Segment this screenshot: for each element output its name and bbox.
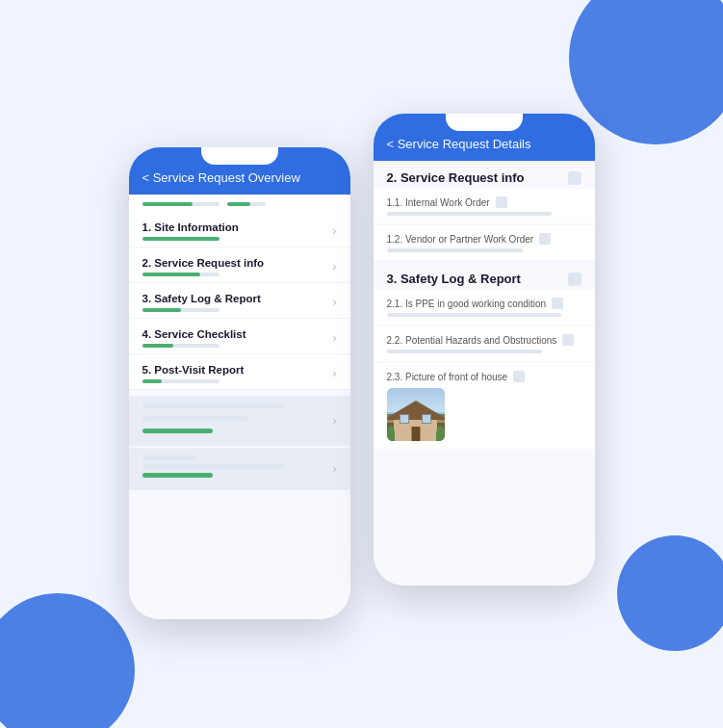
menu-item-1-label: 1. Site Information [142, 221, 327, 233]
phones-container: < Service Request Overview 1. Site Infor… [129, 109, 595, 619]
detail-field-2-1[interactable]: 2.1. Is PPE in good working condition [374, 290, 595, 325]
house-image-container [387, 388, 445, 441]
overview-progress-small-fill [227, 202, 250, 206]
phone-left-notch [201, 147, 278, 165]
back-button-right[interactable]: < Service Request Details [387, 137, 531, 151]
detail-section-3-title: 3. Safety Log & Report [387, 272, 521, 286]
chevron-icon-1: › [333, 224, 337, 238]
chevron-icon-2: › [333, 260, 337, 273]
chevron-icon-5: › [333, 367, 337, 380]
detail-field-1-2[interactable]: 1.2. Vendor or Partner Work Order [374, 225, 595, 260]
skeleton-line-2b [142, 464, 284, 469]
background-blob-mid-right [617, 535, 723, 651]
detail-field-2-1-label: 2.1. Is PPE in good working condition [387, 298, 581, 309]
overview-progress-small [227, 202, 266, 206]
field-badge-2-2 [562, 334, 574, 346]
menu-item-4-bar-bg [142, 344, 219, 348]
menu-item-1-progress [142, 237, 327, 241]
skeleton-content-1 [142, 403, 320, 438]
menu-item-4-label: 4. Service Checklist [142, 328, 327, 340]
detail-field-2-3-label: 2.3. Picture of front of house [387, 371, 581, 382]
skeleton-content-2 [142, 455, 320, 482]
detail-section-3-header: 3. Safety Log & Report [374, 262, 595, 290]
chevron-icon-3: › [333, 296, 337, 309]
chevron-icon-7: › [333, 462, 337, 476]
skeleton-line-1c [142, 429, 214, 433]
skeleton-section-1: › [129, 396, 350, 446]
menu-item-1[interactable]: 1. Site Information › [129, 212, 350, 247]
detail-field-1-1-bar [387, 212, 553, 216]
phone-right: < Service Request Details 2. Service Req… [374, 114, 595, 585]
menu-item-3-bar-fill [142, 308, 181, 312]
menu-item-5-bar-fill [142, 379, 162, 383]
house-image [387, 388, 445, 441]
overview-progress-bg [142, 202, 219, 206]
house-window-right [422, 414, 431, 424]
phone-left-body: 1. Site Information › 2. Service Request… [129, 195, 350, 619]
phone-right-body: 2. Service Request info 1.1. Internal Wo… [374, 161, 595, 585]
detail-field-2-2[interactable]: 2.2. Potential Hazards and Obstructions [374, 326, 595, 361]
menu-item-2-progress [142, 273, 327, 276]
menu-item-2-bar-fill [142, 273, 200, 276]
menu-item-1-bar-fill [142, 237, 219, 241]
menu-item-3-content: 3. Safety Log & Report [142, 293, 327, 312]
menu-item-5-content: 5. Post-Visit Report [142, 364, 327, 383]
menu-item-4-bar-fill [142, 344, 173, 348]
tree-right [436, 426, 444, 442]
overview-progress-area [129, 195, 350, 212]
menu-item-4-progress [142, 344, 327, 348]
detail-field-1-2-bar [387, 248, 523, 252]
detail-section-2-title: 2. Service Request info [387, 170, 525, 185]
field-badge-1-1 [496, 196, 507, 208]
skeleton-section-2: › [129, 448, 350, 490]
detail-field-2-1-bar [387, 313, 562, 317]
menu-item-1-content: 1. Site Information [142, 221, 327, 241]
house-roof [387, 401, 445, 420]
chevron-icon-4: › [333, 331, 337, 345]
detail-field-2-2-label: 2.2. Potential Hazards and Obstructions [387, 334, 581, 346]
back-button-left[interactable]: < Service Request Overview [142, 170, 300, 185]
phone-right-notch [446, 114, 523, 131]
overview-progress-fill [142, 202, 193, 206]
skeleton-line-1b [142, 416, 248, 421]
menu-item-3[interactable]: 3. Safety Log & Report › [129, 283, 350, 319]
detail-section-2-header: 2. Service Request info [374, 161, 595, 189]
detail-field-1-1-label: 1.1. Internal Work Order [387, 196, 581, 208]
tree-left [387, 426, 395, 442]
menu-item-2-bar-bg [142, 273, 219, 276]
menu-section-main: 1. Site Information › 2. Service Request… [129, 212, 350, 390]
menu-item-4[interactable]: 4. Service Checklist › [129, 319, 350, 354]
house-window-left [400, 414, 409, 424]
field-badge-2-3 [513, 371, 525, 382]
phone-left: < Service Request Overview 1. Site Infor… [129, 147, 350, 619]
field-badge-2-1 [552, 298, 563, 309]
menu-item-5[interactable]: 5. Post-Visit Report › [129, 354, 350, 390]
skeleton-line-1a [142, 403, 284, 408]
detail-field-2-3[interactable]: 2.3. Picture of front of house [374, 363, 595, 449]
house-door [411, 427, 420, 441]
menu-item-4-content: 4. Service Checklist [142, 328, 327, 348]
menu-item-1-bar-bg [142, 237, 219, 241]
menu-item-2[interactable]: 2. Service Request info › [129, 247, 350, 283]
menu-item-2-content: 2. Service Request info [142, 257, 327, 276]
menu-item-5-bar-bg [142, 379, 219, 383]
menu-item-3-bar-bg [142, 308, 219, 312]
field-badge-1-2 [539, 233, 551, 245]
chevron-icon-6: › [333, 414, 337, 428]
menu-item-3-label: 3. Safety Log & Report [142, 293, 327, 304]
detail-field-2-2-bar [387, 350, 543, 353]
menu-item-5-label: 5. Post-Visit Report [142, 364, 327, 376]
background-blob-bottom-left [0, 593, 135, 728]
skeleton-line-2c [142, 473, 214, 478]
section-2-badge [568, 171, 581, 185]
detail-field-1-1[interactable]: 1.1. Internal Work Order [374, 189, 595, 223]
menu-item-5-progress [142, 379, 327, 383]
menu-item-2-label: 2. Service Request info [142, 257, 327, 269]
detail-field-1-2-label: 1.2. Vendor or Partner Work Order [387, 233, 581, 245]
skeleton-line-2a [142, 455, 195, 460]
section-3-badge [568, 273, 581, 286]
menu-item-3-progress [142, 308, 327, 312]
